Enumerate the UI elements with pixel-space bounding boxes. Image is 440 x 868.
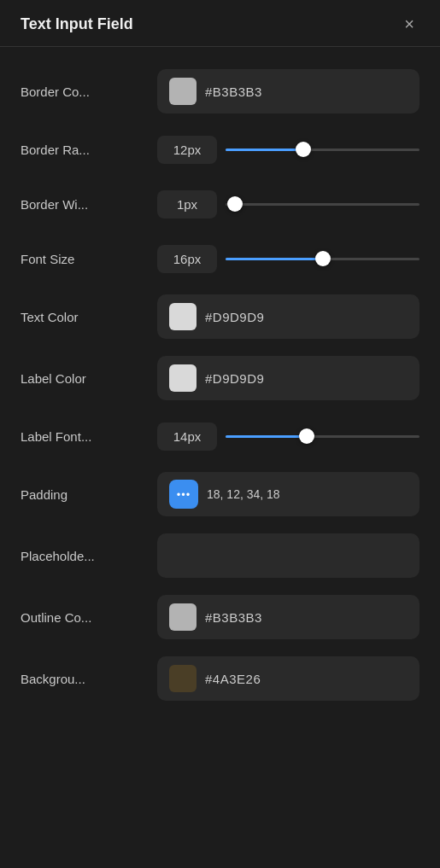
border-color-label: Border Co... [21, 84, 157, 99]
background-color-control[interactable]: #4A3E26 [157, 656, 419, 701]
text-color-picker[interactable]: #D9D9D9 [157, 294, 419, 339]
label-color-picker[interactable]: #D9D9D9 [157, 356, 419, 400]
text-color-swatch[interactable] [169, 303, 197, 330]
border-color-picker[interactable]: #B3B3B3 [157, 69, 419, 114]
label-color-hex: #D9D9D9 [205, 371, 264, 386]
border-width-control: 1px [157, 190, 419, 218]
label-font-label: Label Font... [21, 429, 157, 444]
properties-list: Border Co... #B3B3B3 Border Ra... 12px [0, 54, 440, 723]
background-color-picker[interactable]: #4A3E26 [157, 656, 419, 701]
outline-color-picker[interactable]: #B3B3B3 [157, 595, 419, 639]
header-divider [0, 46, 440, 47]
padding-label: Padding [21, 487, 157, 502]
font-size-track-container[interactable] [226, 250, 419, 267]
border-color-control[interactable]: #B3B3B3 [157, 69, 419, 114]
panel: Text Input Field × Border Co... #B3B3B3 … [0, 0, 440, 868]
label-font-track [226, 435, 419, 438]
font-size-control: 16px [157, 245, 419, 273]
padding-icon-dots: ••• [177, 488, 191, 501]
text-color-hex: #D9D9D9 [205, 310, 264, 324]
border-radius-control: 12px [157, 136, 419, 164]
font-size-row: Font Size 16px [14, 231, 426, 286]
background-color-hex: #4A3E26 [205, 672, 261, 686]
border-radius-row: Border Ra... 12px [14, 122, 426, 177]
label-color-swatch[interactable] [169, 364, 197, 392]
border-radius-fill [226, 149, 303, 151]
border-width-track-container[interactable] [226, 195, 419, 213]
outline-color-hex: #B3B3B3 [205, 610, 262, 625]
outline-color-swatch[interactable] [169, 603, 197, 631]
padding-picker[interactable]: ••• 18, 12, 34, 18 [157, 472, 419, 516]
text-color-row: Text Color #D9D9D9 [14, 286, 426, 347]
text-color-label: Text Color [21, 310, 157, 324]
padding-icon[interactable]: ••• [169, 480, 198, 509]
border-radius-thumb[interactable] [296, 142, 311, 157]
font-size-track [226, 258, 419, 260]
background-color-swatch[interactable] [169, 665, 197, 692]
background-color-label: Backgrou... [21, 672, 157, 686]
placeholder-label: Placeholde... [21, 549, 157, 563]
placeholder-row: Placeholde... [14, 525, 426, 586]
border-width-slider-group: 1px [157, 190, 419, 218]
outline-color-control[interactable]: #B3B3B3 [157, 595, 419, 639]
font-size-slider-group: 16px [157, 245, 419, 273]
border-color-row: Border Co... #B3B3B3 [14, 61, 426, 122]
close-button[interactable]: × [399, 14, 419, 34]
padding-row: Padding ••• 18, 12, 34, 18 [14, 463, 426, 525]
border-color-hex: #B3B3B3 [205, 84, 262, 99]
background-color-row: Backgrou... #4A3E26 [14, 648, 426, 709]
border-radius-label: Border Ra... [21, 143, 157, 157]
label-color-row: Label Color #D9D9D9 [14, 347, 426, 409]
label-font-value[interactable]: 14px [157, 422, 217, 451]
padding-control[interactable]: ••• 18, 12, 34, 18 [157, 472, 419, 516]
font-size-value[interactable]: 16px [157, 245, 217, 273]
border-color-swatch[interactable] [169, 78, 197, 105]
border-radius-value[interactable]: 12px [157, 136, 217, 164]
border-width-row: Border Wi... 1px [14, 177, 426, 231]
label-color-label: Label Color [21, 371, 157, 386]
border-width-thumb[interactable] [227, 196, 243, 212]
font-size-fill [226, 258, 323, 260]
label-font-slider-group: 14px [157, 422, 419, 451]
font-size-label: Font Size [21, 252, 157, 266]
border-width-label: Border Wi... [21, 197, 157, 212]
border-radius-track [226, 149, 419, 151]
label-font-thumb[interactable] [299, 428, 314, 444]
padding-value: 18, 12, 34, 18 [207, 487, 280, 501]
panel-header: Text Input Field × [0, 0, 440, 46]
panel-title: Text Input Field [21, 15, 133, 33]
label-font-row: Label Font... 14px [14, 409, 426, 463]
border-radius-slider-group: 12px [157, 136, 419, 164]
font-size-thumb[interactable] [315, 251, 331, 266]
border-radius-track-container[interactable] [226, 141, 419, 158]
placeholder-input[interactable] [157, 533, 419, 578]
label-color-control[interactable]: #D9D9D9 [157, 356, 419, 400]
outline-color-row: Outline Co... #B3B3B3 [14, 586, 426, 648]
label-font-track-container[interactable] [226, 428, 419, 445]
label-font-control: 14px [157, 422, 419, 451]
border-width-value[interactable]: 1px [157, 190, 217, 218]
border-width-track [226, 203, 419, 206]
label-font-fill [226, 435, 307, 438]
text-color-control[interactable]: #D9D9D9 [157, 294, 419, 339]
outline-color-label: Outline Co... [21, 610, 157, 625]
placeholder-control[interactable] [157, 533, 419, 578]
